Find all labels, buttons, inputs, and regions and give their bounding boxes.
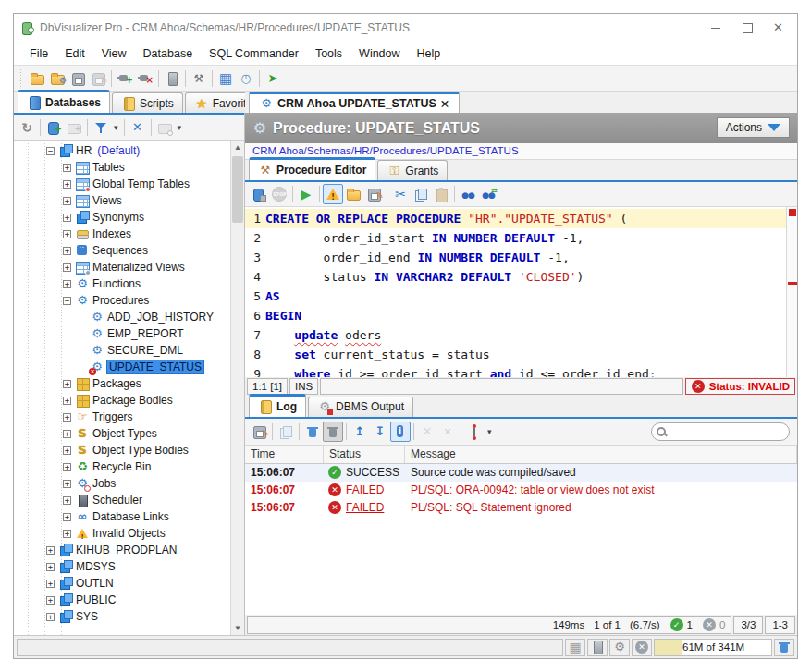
scroll-up-icon[interactable]: ▲ [231,141,244,154]
copy-button[interactable] [411,184,431,204]
tab-crm-ahoa-update-status[interactable]: CRM Ahoa UPDATE_STATUS ✕ [249,92,460,113]
scroll-down-icon[interactable]: ▼ [231,621,244,635]
tree-scrollbar[interactable]: ▲ ▼ [230,141,244,635]
menu-help[interactable]: Help [409,43,449,64]
expand-expander-icon[interactable]: + [63,446,71,455]
gear-status-button[interactable] [609,639,630,656]
export-button[interactable] [249,422,269,442]
column-header-message[interactable]: Message [405,446,797,463]
tab-procedure-editor[interactable]: Procedure Editor [249,157,375,180]
open-folder-button[interactable] [343,184,363,204]
tree-item-indexes[interactable]: +Indexes [14,226,230,242]
tree-item-materialized-views[interactable]: +Materialized Views [14,259,230,275]
clock-button[interactable] [236,68,256,89]
code-line-3[interactable]: 3 order_id_end IN NUMBER DEFAULT -1, [245,248,786,267]
collapse-expander-icon[interactable]: − [63,297,71,305]
menu-database[interactable]: Database [135,43,202,64]
tab-grants[interactable]: Grants [377,160,448,180]
expand-expander-icon[interactable]: + [63,480,71,488]
tree-item-outln[interactable]: +OUTLN [14,575,230,592]
code-line-6[interactable]: 6BEGIN [245,306,786,325]
tree-item-secure-dml[interactable]: SECURE_DML [14,342,230,359]
close-tab-icon[interactable]: ✕ [440,97,449,111]
code-line-9[interactable]: 9 where id >= order_id_start and id <= o… [245,364,786,377]
tree-item-mdsys[interactable]: +MDSYS [14,558,230,575]
tree-item-views[interactable]: +Views [14,192,230,209]
tree-item-object-type-bodies[interactable]: +Object Type Bodies [14,442,230,458]
code-line-8[interactable]: 8 set current_status = status [245,345,786,364]
code-line-1[interactable]: 1CREATE OR REPLACE PROCEDURE "HR"."UPDAT… [245,209,786,228]
maximize-button[interactable] [742,22,753,33]
code-line-2[interactable]: 2 order_id_start IN NUMBER DEFAULT -1, [245,228,786,248]
tree-item-triggers[interactable]: +Triggers [14,409,230,425]
tree-item-object-types[interactable]: +Object Types [14,425,230,442]
tree-item-kihub-prodplan[interactable]: +KIHUB_PRODPLAN [14,542,230,558]
close-button[interactable]: ✕ [773,22,784,33]
server-status-button[interactable] [587,639,608,656]
save-edit-button[interactable] [88,68,108,89]
tab-databases[interactable]: Databases [18,90,110,113]
expand-expander-icon[interactable]: + [63,247,71,255]
stop-button[interactable] [269,184,289,204]
toolbar-grip[interactable] [18,69,24,88]
find-replace-button[interactable] [478,184,498,204]
scroll-bottom-button[interactable] [370,422,390,442]
tree-item-sequences[interactable]: +Sequences [14,242,230,259]
code-line-5[interactable]: 5AS [245,287,786,306]
open-folder-gear-button[interactable] [47,68,68,89]
expand-expander-icon[interactable]: + [63,513,71,521]
collapse-all-button[interactable] [128,117,148,138]
tree-item-packages[interactable]: +Packages [14,375,230,392]
minimize-button[interactable] [710,22,721,33]
db-add-button[interactable] [43,117,64,138]
dropdown-arrow-icon[interactable]: ▾ [175,123,185,132]
menu-view[interactable]: View [93,43,135,64]
cancel-status-button[interactable] [632,639,652,656]
log-row[interactable]: 15:06:07SUCCESSSource code was compiled/… [245,464,797,482]
folder-search-button[interactable] [154,117,175,138]
column-header-status[interactable]: Status [324,446,405,463]
menu-file[interactable]: File [21,43,56,64]
filter-button[interactable] [91,117,111,138]
tree-item-global-temp-tables[interactable]: +Global Temp Tables [14,176,230,192]
expand-expander-icon[interactable]: + [63,180,71,189]
column-header-time[interactable]: Time [245,446,324,463]
menu-tools[interactable]: Tools [307,43,350,64]
actions-button[interactable]: Actions [717,117,790,138]
trash-button[interactable] [302,422,323,442]
expand-expander-icon[interactable]: + [46,563,55,571]
tree-item-procedures[interactable]: −Procedures [14,292,230,309]
code-line-4[interactable]: 4 status IN VARCHAR2 DEFAULT 'CLOSED') [245,267,786,287]
expand-expander-icon[interactable]: + [63,496,71,505]
cut-button[interactable] [390,184,411,204]
connect-button[interactable] [115,68,135,89]
expand-expander-icon[interactable]: + [63,197,71,205]
tree-item-invalid-objects[interactable]: +Invalid Objects [14,525,230,542]
disconnect-button[interactable] [135,68,155,89]
scrollbar-thumb[interactable] [232,156,243,223]
row-height-button[interactable] [464,422,485,442]
tree-item-emp-report[interactable]: EMP_REPORT [14,325,230,342]
expand-expander-icon[interactable]: + [63,380,71,388]
tree-item-sys[interactable]: +SYS [14,608,230,625]
expand-button[interactable] [417,422,437,442]
menu-edit[interactable]: Edit [56,43,93,64]
expand-expander-icon[interactable]: + [63,214,71,222]
folder-add-button[interactable] [64,117,84,138]
expand-expander-icon[interactable]: + [46,580,55,588]
grid-calendar-button[interactable] [215,68,236,89]
tree-item-package-bodies[interactable]: +Package Bodies [14,392,230,409]
menu-sql-commander[interactable]: SQL Commander [201,43,307,64]
tree-item-database-links[interactable]: +Database Links [14,508,230,525]
collapse-expander-icon[interactable]: − [46,147,55,155]
error-mark-icon[interactable] [789,209,796,216]
expand-expander-icon[interactable]: + [63,413,71,422]
tree-item-jobs[interactable]: +Jobs [14,475,230,492]
search-input[interactable] [669,426,789,437]
expand-expander-icon[interactable]: + [63,280,71,288]
expand-expander-icon[interactable]: + [63,430,71,438]
dropdown-arrow-icon[interactable]: ▾ [111,123,121,132]
db-save-button[interactable] [249,184,269,204]
tree-item-scheduler[interactable]: +Scheduler [14,492,230,508]
log-row[interactable]: 15:06:07FAILEDPL/SQL: SQL Statement igno… [245,499,797,517]
